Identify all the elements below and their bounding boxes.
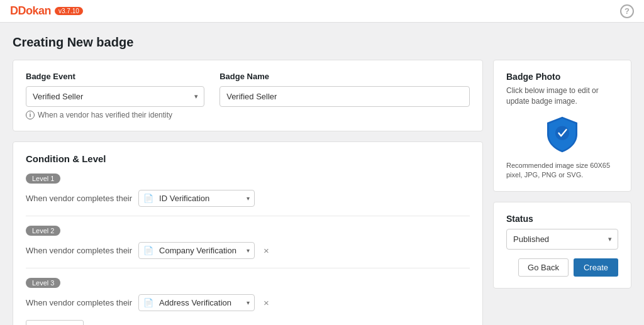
badge-image-hint: Recommended image size 60X65 pixel, JPG,… <box>506 161 618 180</box>
badge-photo-title: Badge Photo <box>506 72 618 82</box>
remove-condition-3-button[interactable]: × <box>261 297 272 309</box>
condition-row-3: When vendor completes their 📄 Address Ve… <box>26 294 470 311</box>
app-logo: DDokan <box>10 4 51 18</box>
condition-section-title: Condition & Level <box>26 153 470 164</box>
create-button[interactable]: Create <box>574 258 618 277</box>
condition-select-wrapper-3: 📄 Address Verification ID Verification C… <box>138 294 255 311</box>
level-2-badge: Level 2 <box>26 226 60 236</box>
badge-name-group: Badge Name <box>219 72 470 107</box>
condition-label-1: When vendor completes their <box>26 194 132 203</box>
condition-select-wrapper-1: 📄 ID Verification Company Verification A… <box>138 190 255 207</box>
level-1-badge: Level 1 <box>26 174 60 184</box>
badge-event-select[interactable]: Verified Seller <box>26 86 204 107</box>
badge-event-hint: i When a vendor has verified their ident… <box>26 111 470 119</box>
condition-row-1: When vendor completes their 📄 ID Verific… <box>26 190 470 207</box>
help-icon[interactable]: ? <box>620 4 634 18</box>
badge-image-container[interactable] <box>506 116 618 153</box>
condition-select-3[interactable]: Address Verification ID Verification Com… <box>138 294 255 311</box>
badge-name-input[interactable] <box>219 86 470 107</box>
condition-row-2: When vendor completes their 📄 Company Ve… <box>26 242 470 259</box>
remove-condition-2-button[interactable]: × <box>261 245 272 256</box>
page-content: Creating New badge Badge Event Verified … <box>0 23 644 325</box>
go-back-button[interactable]: Go Back <box>518 258 569 277</box>
badge-photo-subtitle: Click below image to edit or update badg… <box>506 85 618 107</box>
app-name: Dokan <box>18 4 52 17</box>
add-more-button[interactable]: + Add More <box>26 320 84 325</box>
badge-event-select-wrapper: Verified Seller ▾ <box>26 86 204 107</box>
action-buttons: Go Back Create <box>506 258 618 277</box>
condition-level-card: Condition & Level Level 1 When vendor co… <box>13 141 483 325</box>
divider-1 <box>26 216 470 216</box>
badge-event-hint-text: When a vendor has verified their identit… <box>38 111 172 119</box>
badge-event-card: Badge Event Verified Seller ▾ Badge Name <box>13 60 483 131</box>
condition-label-3: When vendor completes their <box>26 298 132 307</box>
badge-name-label: Badge Name <box>219 72 470 81</box>
left-column: Badge Event Verified Seller ▾ Badge Name <box>13 60 483 325</box>
badge-event-label: Badge Event <box>26 72 204 81</box>
status-select[interactable]: Published Draft <box>506 229 618 250</box>
badge-event-group: Badge Event Verified Seller ▾ <box>26 72 204 107</box>
status-title: Status <box>506 214 618 224</box>
badge-photo-card: Badge Photo Click below image to edit or… <box>493 60 631 192</box>
svg-point-0 <box>555 126 569 140</box>
condition-select-1[interactable]: ID Verification Company Verification Add… <box>138 190 255 207</box>
badge-shield-icon[interactable] <box>543 116 581 153</box>
info-icon: i <box>26 111 35 119</box>
condition-label-2: When vendor completes their <box>26 246 132 255</box>
level-3-badge: Level 3 <box>26 278 60 288</box>
logo-area: DDokan v3.7.10 <box>10 4 83 18</box>
top-bar: DDokan v3.7.10 ? <box>0 0 644 23</box>
main-layout: Badge Event Verified Seller ▾ Badge Name <box>13 60 631 325</box>
status-select-wrapper: Published Draft ▾ <box>506 229 618 250</box>
condition-select-2[interactable]: Company Verification ID Verification Add… <box>138 242 255 259</box>
logo-d-letter: D <box>10 4 18 17</box>
divider-2 <box>26 268 470 268</box>
badge-event-name-row: Badge Event Verified Seller ▾ Badge Name <box>26 72 470 107</box>
status-card: Status Published Draft ▾ Go Back Create <box>493 202 631 289</box>
version-badge: v3.7.10 <box>55 7 83 15</box>
right-column: Badge Photo Click below image to edit or… <box>493 60 631 289</box>
condition-select-wrapper-2: 📄 Company Verification ID Verification A… <box>138 242 255 259</box>
page-title: Creating New badge <box>13 35 631 50</box>
